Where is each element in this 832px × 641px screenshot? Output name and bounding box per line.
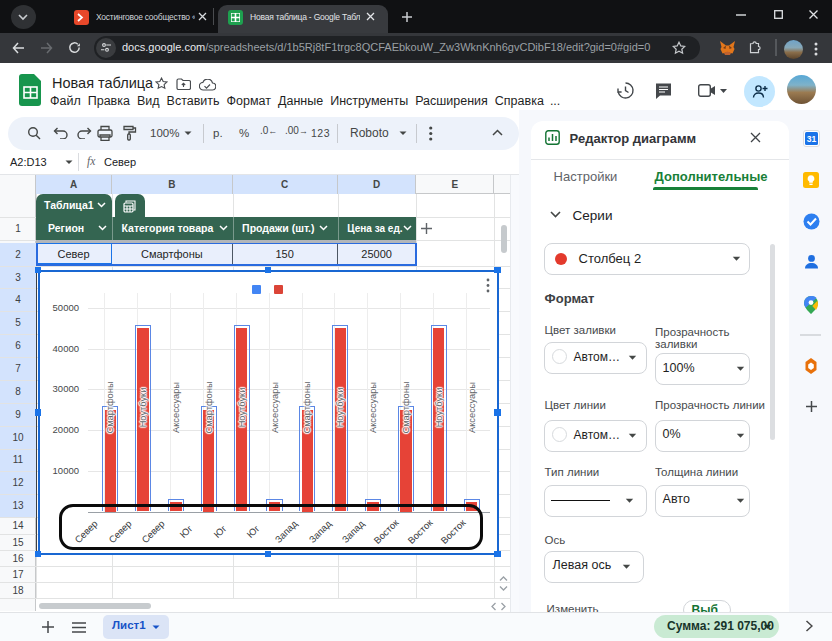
svg-text:31: 31 <box>806 134 816 144</box>
